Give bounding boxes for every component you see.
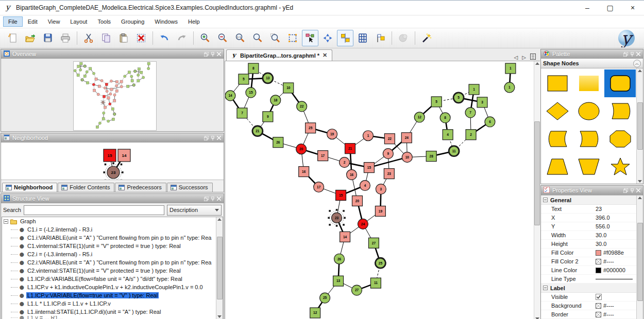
- graph-node-19[interactable]: 19: [100, 79, 103, 82]
- neighborhood-float-icon[interactable]: [204, 136, 209, 140]
- search-input[interactable]: [24, 205, 164, 215]
- graph-node-9[interactable]: 9: [83, 75, 86, 77]
- neighborhood-close-icon[interactable]: [217, 136, 221, 140]
- tab-predecessors[interactable]: Predecessors: [115, 183, 166, 192]
- copy-button[interactable]: [98, 30, 114, 46]
- properties-section-general[interactable]: General: [541, 196, 643, 205]
- collapse-section-icon[interactable]: ︿: [633, 60, 641, 67]
- graph-node-25[interactable]: 25: [98, 122, 101, 125]
- filter-dropdown[interactable]: Description: [167, 205, 222, 216]
- structure-scrollbar[interactable]: [216, 217, 223, 319]
- tree-root-graph[interactable]: Graph: [2, 217, 223, 225]
- paste-button[interactable]: [115, 30, 132, 46]
- graph-node-19[interactable]: 19: [327, 129, 337, 139]
- graph-node-15[interactable]: 15: [110, 88, 113, 91]
- overview-body[interactable]: 8135141510187229212526192017211216161517…: [1, 59, 224, 131]
- tab-folder-contents[interactable]: Folder Contents: [58, 183, 114, 192]
- graph-node-25[interactable]: 25: [375, 258, 385, 268]
- palette-shape-rectangle-3[interactable]: [604, 181, 636, 184]
- graph-node-15[interactable]: 15: [364, 163, 374, 173]
- graph-node-2[interactable]: 2: [104, 86, 106, 89]
- graph-node-26[interactable]: 26: [103, 112, 105, 114]
- palette-shape-diamond[interactable]: [542, 97, 573, 125]
- menu-file[interactable]: File: [3, 16, 23, 27]
- next-tab-icon[interactable]: ▷: [522, 55, 526, 60]
- graph-node-19[interactable]: 19: [113, 99, 116, 102]
- palette-shape-triangle-2[interactable]: [573, 181, 605, 184]
- graph-node-18[interactable]: 18: [86, 70, 88, 73]
- graph-node-22[interactable]: 22: [384, 134, 395, 144]
- menu-edit[interactable]: Edit: [23, 16, 43, 27]
- graph-node-14[interactable]: 14: [118, 149, 130, 162]
- graph-node-24[interactable]: 24: [401, 133, 412, 143]
- graph-node-25[interactable]: 25: [320, 293, 330, 303]
- graph-node-20[interactable]: 20: [352, 196, 363, 206]
- structure-pin-icon[interactable]: [211, 197, 215, 201]
- property-visible[interactable]: Visible: [541, 293, 643, 302]
- properties-scrollbar[interactable]: [636, 196, 643, 319]
- graph-node-28[interactable]: 28: [426, 151, 436, 162]
- tree-item[interactable]: ⬤C2.vinternal:STATE(1)(unit = "V" protec…: [2, 267, 223, 275]
- graph-node-17[interactable]: 17: [314, 182, 324, 192]
- graph-node-1[interactable]: 1: [504, 82, 515, 93]
- graph-node-14[interactable]: 14: [340, 232, 350, 242]
- graph-node-2[interactable]: 2: [340, 157, 350, 168]
- graph-node-13[interactable]: 13: [333, 276, 344, 286]
- graph-node-1[interactable]: 1: [110, 80, 112, 82]
- wizard-button[interactable]: [418, 30, 435, 46]
- graph-node-17[interactable]: 17: [318, 151, 328, 161]
- structure-float-icon[interactable]: [204, 197, 209, 201]
- graph-node-15[interactable]: 15: [104, 149, 116, 162]
- graph-node-17[interactable]: 17: [97, 93, 99, 96]
- tree-item[interactable]: ⬤C1.i:VARIABLE(unit = "A" ) "Current flo…: [2, 234, 223, 242]
- graph-node-5[interactable]: 5: [239, 74, 249, 84]
- graph-node-9[interactable]: 9: [383, 149, 393, 159]
- menu-grouping[interactable]: Grouping: [116, 16, 149, 27]
- graph-node-1[interactable]: 1: [505, 63, 516, 74]
- property-width[interactable]: Width30.0: [541, 231, 643, 240]
- properties-section-label[interactable]: Label: [541, 283, 643, 293]
- tree-item[interactable]: ⬤C1.i = (-L2.iinternal) - R3.i: [2, 225, 223, 234]
- property-x[interactable]: X396.0: [541, 214, 643, 222]
- save-button[interactable]: [40, 30, 56, 46]
- palette-shape-octagon[interactable]: [604, 125, 636, 153]
- palette-shape-trapezoid[interactable]: [542, 153, 573, 181]
- graph-node-8[interactable]: 8: [130, 75, 133, 78]
- print-button[interactable]: [57, 30, 74, 46]
- graph-node-27[interactable]: 27: [368, 238, 379, 248]
- menu-tools[interactable]: Tools: [92, 16, 116, 27]
- graph-node-24[interactable]: 24: [109, 102, 111, 105]
- graph-node-20[interactable]: 20: [296, 144, 307, 154]
- tree-item[interactable]: ⬤L1.v = ... R1...: [2, 316, 223, 319]
- graph-node-8[interactable]: 8: [248, 63, 259, 74]
- minimize-button[interactable]: –: [576, 1, 599, 15]
- zoom-1-1-button[interactable]: 1:1: [232, 30, 248, 46]
- graph-node-11[interactable]: 11: [449, 146, 459, 156]
- canvas-vertical-scrollbar[interactable]: [534, 61, 540, 319]
- graph-node-1[interactable]: 1: [147, 62, 150, 65]
- palette-shape-star-5[interactable]: [604, 153, 636, 181]
- zoom-selection-button[interactable]: [267, 30, 283, 46]
- graph-node-12[interactable]: 12: [414, 112, 425, 122]
- palette-close-icon[interactable]: [636, 52, 640, 56]
- overview-close-icon[interactable]: [217, 52, 221, 56]
- palette-pin-icon[interactable]: [630, 52, 634, 57]
- property-height[interactable]: Height30.0: [541, 240, 643, 249]
- prev-tab-icon[interactable]: ◁: [514, 55, 518, 60]
- graph-node-1[interactable]: 1: [469, 84, 479, 95]
- properties-float-icon[interactable]: [623, 188, 628, 193]
- menu-windows[interactable]: Windows: [149, 16, 183, 27]
- tab-successors[interactable]: Successors: [167, 183, 213, 192]
- graph-node-27[interactable]: 27: [107, 120, 110, 122]
- graph-node-16[interactable]: 16: [106, 90, 108, 93]
- close-button[interactable]: ×: [621, 1, 644, 15]
- navigation-mode-button[interactable]: [319, 30, 336, 46]
- graph-node-27[interactable]: 27: [111, 108, 114, 110]
- graph-node-15[interactable]: 15: [103, 95, 105, 98]
- graph-node-22[interactable]: 22: [297, 101, 307, 112]
- tree-item[interactable]: ⬤L1.L * L1.ICP.di = L1.v + L1.ICP.v: [2, 299, 223, 308]
- graph-node-23[interactable]: 23: [100, 100, 105, 104]
- zoom-in-button[interactable]: [197, 30, 213, 46]
- overview-minimap[interactable]: 8135141510187229212526192017211216161517…: [73, 61, 157, 131]
- graph-node-12[interactable]: 12: [310, 308, 320, 318]
